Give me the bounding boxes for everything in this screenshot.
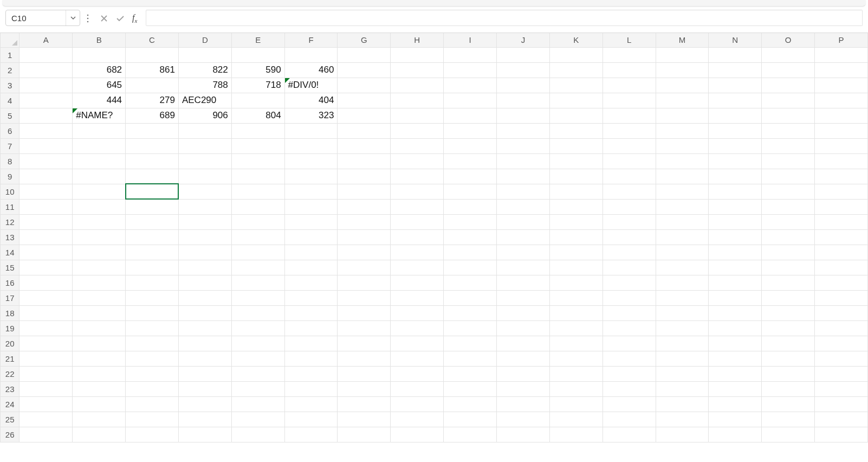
- cell-P1[interactable]: [815, 47, 868, 62]
- cell-B9[interactable]: [73, 169, 126, 184]
- cell-O9[interactable]: [762, 169, 815, 184]
- cell-E25[interactable]: [231, 412, 284, 427]
- cell-D25[interactable]: [178, 412, 231, 427]
- cell-F24[interactable]: [284, 396, 338, 412]
- cell-P13[interactable]: [815, 229, 868, 245]
- cell-J2[interactable]: [496, 62, 549, 78]
- select-all-corner[interactable]: [1, 33, 20, 47]
- cell-G3[interactable]: [338, 78, 391, 93]
- cell-P22[interactable]: [815, 366, 868, 381]
- cell-F10[interactable]: [284, 184, 338, 199]
- cell-I3[interactable]: [444, 78, 497, 93]
- cell-J15[interactable]: [496, 260, 549, 275]
- cell-D12[interactable]: [178, 214, 231, 229]
- cell-J24[interactable]: [496, 396, 549, 412]
- cell-O25[interactable]: [762, 412, 815, 427]
- cell-D9[interactable]: [178, 169, 231, 184]
- cell-A4[interactable]: [20, 93, 73, 108]
- cell-N11[interactable]: [709, 199, 762, 214]
- cell-O17[interactable]: [762, 290, 815, 305]
- cell-A1[interactable]: [20, 47, 73, 62]
- row-header-13[interactable]: 13: [1, 229, 20, 245]
- cell-B11[interactable]: [73, 199, 126, 214]
- cell-J1[interactable]: [496, 47, 549, 62]
- cell-F2[interactable]: 460: [284, 62, 338, 78]
- cell-B15[interactable]: [73, 260, 126, 275]
- cell-B24[interactable]: [73, 396, 126, 412]
- cell-G1[interactable]: [338, 47, 391, 62]
- cell-B19[interactable]: [73, 320, 126, 336]
- cell-F15[interactable]: [284, 260, 338, 275]
- cell-H21[interactable]: [391, 351, 444, 366]
- cell-B13[interactable]: [73, 229, 126, 245]
- cell-H16[interactable]: [391, 275, 444, 290]
- column-header-G[interactable]: G: [338, 33, 391, 47]
- cell-O7[interactable]: [762, 138, 815, 153]
- fx-icon[interactable]: fx: [130, 13, 139, 24]
- cell-I15[interactable]: [444, 260, 497, 275]
- cell-G21[interactable]: [338, 351, 391, 366]
- cell-J10[interactable]: [496, 184, 549, 199]
- cell-A26[interactable]: [20, 427, 73, 442]
- cell-I14[interactable]: [444, 245, 497, 260]
- cell-M17[interactable]: [656, 290, 709, 305]
- cell-K12[interactable]: [549, 214, 603, 229]
- cell-C14[interactable]: [126, 245, 179, 260]
- cell-P23[interactable]: [815, 381, 868, 396]
- cell-P9[interactable]: [815, 169, 868, 184]
- cell-E5[interactable]: 804: [231, 108, 284, 123]
- cell-H8[interactable]: [391, 153, 444, 169]
- cell-O4[interactable]: [762, 93, 815, 108]
- cell-L21[interactable]: [603, 351, 656, 366]
- cell-A2[interactable]: [20, 62, 73, 78]
- cell-N14[interactable]: [709, 245, 762, 260]
- cell-F13[interactable]: [284, 229, 338, 245]
- cell-D21[interactable]: [178, 351, 231, 366]
- cell-P12[interactable]: [815, 214, 868, 229]
- cell-A25[interactable]: [20, 412, 73, 427]
- cell-N7[interactable]: [709, 138, 762, 153]
- cell-G9[interactable]: [338, 169, 391, 184]
- cell-P24[interactable]: [815, 396, 868, 412]
- cell-O20[interactable]: [762, 336, 815, 351]
- row-header-8[interactable]: 8: [1, 153, 20, 169]
- column-header-K[interactable]: K: [549, 33, 603, 47]
- cell-I11[interactable]: [444, 199, 497, 214]
- cell-F3[interactable]: #DIV/0!: [284, 78, 338, 93]
- cell-E2[interactable]: 590: [231, 62, 284, 78]
- cell-F6[interactable]: [284, 123, 338, 138]
- cell-A14[interactable]: [20, 245, 73, 260]
- row-header-10[interactable]: 10: [1, 184, 20, 199]
- cell-O21[interactable]: [762, 351, 815, 366]
- cell-F14[interactable]: [284, 245, 338, 260]
- cell-M10[interactable]: [656, 184, 709, 199]
- cell-C13[interactable]: [126, 229, 179, 245]
- cell-I19[interactable]: [444, 320, 497, 336]
- cell-O22[interactable]: [762, 366, 815, 381]
- cell-B1[interactable]: [73, 47, 126, 62]
- cell-H4[interactable]: [391, 93, 444, 108]
- cell-E9[interactable]: [231, 169, 284, 184]
- cell-B20[interactable]: [73, 336, 126, 351]
- row-header-3[interactable]: 3: [1, 78, 20, 93]
- cell-I22[interactable]: [444, 366, 497, 381]
- cell-P18[interactable]: [815, 305, 868, 320]
- cell-O6[interactable]: [762, 123, 815, 138]
- cell-N21[interactable]: [709, 351, 762, 366]
- column-header-H[interactable]: H: [391, 33, 444, 47]
- cell-G10[interactable]: [338, 184, 391, 199]
- cell-O18[interactable]: [762, 305, 815, 320]
- cell-K8[interactable]: [549, 153, 603, 169]
- cell-M19[interactable]: [656, 320, 709, 336]
- cell-P6[interactable]: [815, 123, 868, 138]
- row-header-1[interactable]: 1: [1, 47, 20, 62]
- cell-H3[interactable]: [391, 78, 444, 93]
- column-header-L[interactable]: L: [603, 33, 656, 47]
- cell-F17[interactable]: [284, 290, 338, 305]
- cell-N12[interactable]: [709, 214, 762, 229]
- cell-E26[interactable]: [231, 427, 284, 442]
- cell-M24[interactable]: [656, 396, 709, 412]
- cell-A19[interactable]: [20, 320, 73, 336]
- column-header-P[interactable]: P: [815, 33, 868, 47]
- cell-K21[interactable]: [549, 351, 603, 366]
